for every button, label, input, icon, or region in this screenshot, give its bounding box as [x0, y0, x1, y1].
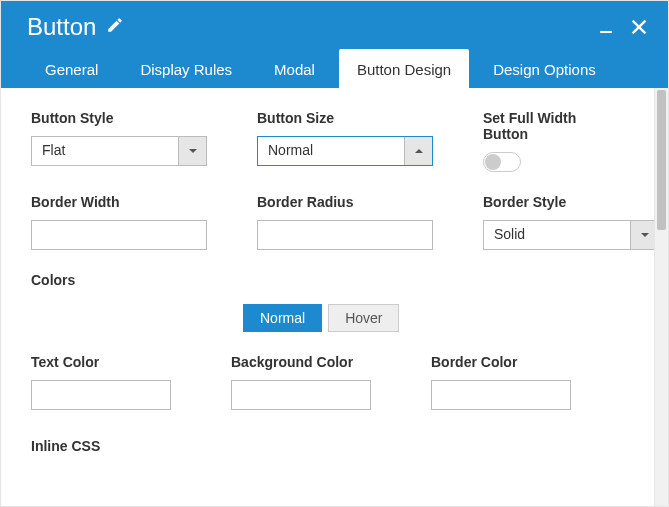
- label-button-style: Button Style: [31, 110, 207, 126]
- field-border-color: Border Color: [431, 354, 571, 410]
- label-border-color: Border Color: [431, 354, 571, 370]
- field-border-radius: Border Radius: [257, 194, 433, 250]
- dialog-header: Button General Display Rules Modal Butto…: [1, 1, 668, 88]
- select-value: Normal: [258, 137, 404, 165]
- field-full-width: Set Full Width Button: [483, 110, 624, 172]
- chevron-down-icon: [630, 221, 654, 249]
- content-wrap: Button Style Flat Button Size Normal: [1, 88, 668, 506]
- tab-general[interactable]: General: [27, 49, 116, 88]
- field-border-width: Border Width: [31, 194, 207, 250]
- label-bg-color: Background Color: [231, 354, 371, 370]
- seg-normal[interactable]: Normal: [243, 304, 322, 332]
- pencil-icon[interactable]: [106, 16, 124, 38]
- field-button-size: Button Size Normal: [257, 110, 433, 172]
- minimize-button[interactable]: [596, 17, 616, 37]
- input-text-color[interactable]: [31, 380, 171, 410]
- label-border-style: Border Style: [483, 194, 654, 210]
- close-button[interactable]: [628, 16, 650, 38]
- toggle-full-width[interactable]: [483, 152, 521, 172]
- label-inline-css: Inline CSS: [31, 438, 624, 454]
- field-border-style: Border Style Solid: [483, 194, 654, 250]
- chevron-up-icon: [404, 137, 432, 165]
- seg-hover[interactable]: Hover: [328, 304, 399, 332]
- select-value: Solid: [484, 221, 630, 249]
- input-border-width[interactable]: [31, 220, 207, 250]
- tab-bar: General Display Rules Modal Button Desig…: [1, 49, 668, 88]
- input-bg-color[interactable]: [231, 380, 371, 410]
- input-border-radius[interactable]: [257, 220, 433, 250]
- select-button-style[interactable]: Flat: [31, 136, 207, 166]
- label-text-color: Text Color: [31, 354, 171, 370]
- color-state-segment: Normal Hover: [243, 304, 624, 332]
- vertical-scrollbar[interactable]: [654, 88, 668, 506]
- input-border-color[interactable]: [431, 380, 571, 410]
- label-border-width: Border Width: [31, 194, 207, 210]
- tab-display-rules[interactable]: Display Rules: [122, 49, 250, 88]
- label-full-width: Set Full Width Button: [483, 110, 624, 142]
- toggle-knob: [485, 154, 501, 170]
- select-border-style[interactable]: Solid: [483, 220, 654, 250]
- dialog-title: Button: [27, 13, 96, 41]
- select-value: Flat: [32, 137, 178, 165]
- tab-button-design[interactable]: Button Design: [339, 49, 469, 88]
- label-border-radius: Border Radius: [257, 194, 433, 210]
- titlebar: Button: [1, 1, 668, 49]
- dialog-window: Button General Display Rules Modal Butto…: [0, 0, 669, 507]
- label-colors: Colors: [31, 272, 624, 288]
- tab-modal[interactable]: Modal: [256, 49, 333, 88]
- select-button-size[interactable]: Normal: [257, 136, 433, 166]
- label-button-size: Button Size: [257, 110, 433, 126]
- field-text-color: Text Color: [31, 354, 171, 410]
- field-bg-color: Background Color: [231, 354, 371, 410]
- chevron-down-icon: [178, 137, 206, 165]
- content-area: Button Style Flat Button Size Normal: [1, 88, 654, 506]
- scrollbar-thumb[interactable]: [657, 90, 666, 230]
- field-button-style: Button Style Flat: [31, 110, 207, 172]
- tab-design-options[interactable]: Design Options: [475, 49, 614, 88]
